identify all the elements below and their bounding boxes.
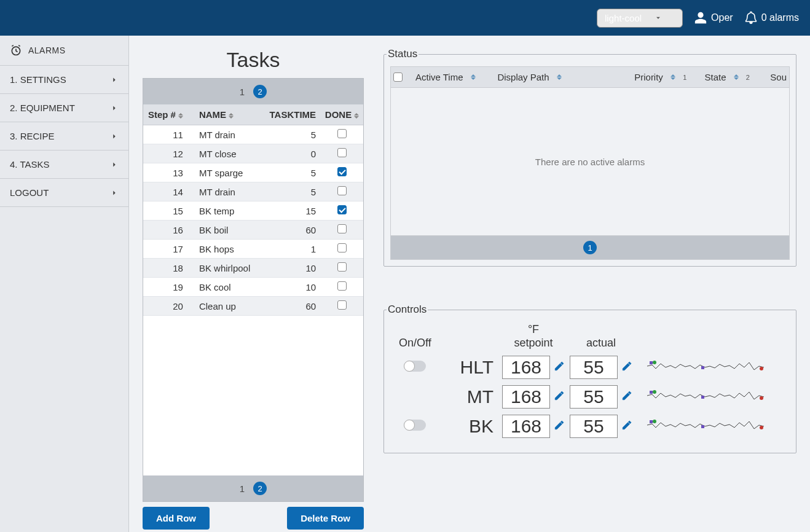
cell-time: 1: [264, 240, 321, 259]
cell-name: BK hops: [195, 240, 265, 259]
sidebar-header[interactable]: ALARMS: [0, 36, 128, 66]
control-row-hlt: HLT 168 55: [395, 356, 785, 379]
sidebar-item-settings[interactable]: 1. SETTINGS: [0, 66, 128, 94]
setpoint-value[interactable]: 168: [502, 385, 550, 409]
svg-point-10: [653, 420, 656, 423]
done-checkbox[interactable]: [337, 186, 347, 195]
tasks-pager-top: 1 2: [143, 79, 363, 104]
col-step[interactable]: Step #: [143, 104, 195, 125]
table-row[interactable]: 19 BK cool 10: [143, 278, 363, 297]
actual-value[interactable]: 55: [570, 385, 618, 409]
cell-time: 60: [264, 297, 321, 316]
done-checkbox[interactable]: [337, 243, 347, 252]
col-name[interactable]: NAME: [195, 104, 265, 125]
topbar: light-cool Oper 0 alarms: [0, 0, 810, 36]
controls-panel: Controls On/Off °F setpoint actual HLT: [383, 303, 796, 453]
sidebar-item-logout[interactable]: LOGOUT: [0, 179, 128, 207]
theme-value: light-cool: [605, 13, 642, 23]
alarm-icon: [10, 44, 22, 57]
user-name: Oper: [711, 12, 733, 23]
control-row-bk: BK 168 55: [395, 415, 785, 438]
svg-rect-7: [701, 396, 704, 399]
cell-step: 16: [143, 221, 195, 240]
add-row-button[interactable]: Add Row: [143, 507, 210, 530]
alarm-chip[interactable]: 0 alarms: [744, 11, 799, 25]
cell-time: 15: [264, 201, 321, 221]
sidebar-item-tasks[interactable]: 4. TASKS: [0, 151, 128, 179]
svg-rect-3: [701, 366, 704, 369]
table-row[interactable]: 20 Clean up 60: [143, 297, 363, 316]
actual-value[interactable]: 55: [570, 415, 618, 438]
col-priority[interactable]: Priority 1: [599, 72, 687, 82]
setpoint-value[interactable]: 168: [502, 356, 550, 379]
pager-page-1[interactable]: 1: [240, 483, 245, 494]
actual-value[interactable]: 55: [570, 356, 618, 379]
delete-row-button[interactable]: Delete Row: [287, 507, 364, 530]
edit-actual-icon[interactable]: [621, 390, 632, 404]
col-source[interactable]: Sou: [750, 72, 787, 82]
svg-rect-1: [650, 361, 653, 364]
theme-select[interactable]: light-cool: [597, 9, 683, 28]
col-active-time[interactable]: Active Time: [415, 72, 497, 82]
cell-done: [321, 240, 363, 259]
table-row[interactable]: 16 BK boil 60: [143, 221, 363, 240]
pager-page-2[interactable]: 2: [253, 482, 267, 495]
cell-step: 11: [143, 125, 195, 144]
edit-setpoint-icon[interactable]: [554, 361, 565, 374]
edit-actual-icon[interactable]: [621, 420, 632, 433]
table-row[interactable]: 13 MT sparge 5: [143, 163, 363, 182]
done-checkbox[interactable]: [337, 300, 347, 310]
table-row[interactable]: 15 BK temp 15: [143, 201, 363, 221]
cell-done: [321, 297, 363, 316]
cell-done: [321, 278, 363, 297]
edit-actual-icon[interactable]: [621, 361, 632, 374]
pager-page-2[interactable]: 2: [253, 85, 267, 98]
cell-step: 14: [143, 182, 195, 201]
edit-setpoint-icon[interactable]: [554, 420, 565, 433]
table-row[interactable]: 17 BK hops 1: [143, 240, 363, 259]
user-icon: [694, 11, 707, 25]
done-checkbox[interactable]: [337, 148, 347, 157]
table-row[interactable]: 18 BK whirlpool 10: [143, 259, 363, 278]
toggle-bk[interactable]: [404, 420, 426, 431]
control-row-mt: MT 168 55: [395, 385, 785, 409]
done-checkbox[interactable]: [337, 224, 347, 233]
done-checkbox[interactable]: [337, 281, 347, 291]
cell-name: BK boil: [195, 221, 265, 240]
done-checkbox[interactable]: [337, 205, 347, 214]
page-title: Tasks: [143, 48, 364, 72]
svg-rect-5: [650, 391, 653, 394]
controls-legend: Controls: [387, 303, 428, 316]
alarm-table-head: Active Time Display Path Priority 1 Stat…: [390, 66, 790, 88]
edit-setpoint-icon[interactable]: [554, 390, 565, 404]
table-row[interactable]: 14 MT drain 5: [143, 182, 363, 201]
alarm-pager-1[interactable]: 1: [583, 241, 597, 254]
control-label: MT: [450, 386, 500, 407]
chevron-right-icon: [110, 104, 119, 112]
col-display-path[interactable]: Display Path: [497, 72, 598, 82]
sidebar-item-equipment[interactable]: 2. EQUIPMENT: [0, 94, 128, 122]
cell-name: Clean up: [195, 297, 265, 316]
cell-done: [321, 125, 363, 144]
alarm-count: 0 alarms: [761, 12, 799, 23]
cell-time: 10: [264, 278, 321, 297]
controls-header: On/Off °F setpoint actual: [395, 323, 785, 350]
cell-done: [321, 182, 363, 201]
table-row[interactable]: 12 MT close 0: [143, 144, 363, 163]
col-tasktime[interactable]: TASKTIME: [264, 104, 321, 125]
col-done[interactable]: DONE: [321, 104, 363, 125]
done-checkbox[interactable]: [337, 262, 347, 272]
status-legend: Status: [387, 48, 419, 60]
pager-page-1[interactable]: 1: [240, 87, 245, 97]
col-state[interactable]: State 2: [686, 72, 750, 82]
toggle-hlt[interactable]: [404, 361, 426, 372]
user-chip[interactable]: Oper: [694, 11, 733, 25]
cell-time: 0: [264, 144, 321, 163]
cell-name: BK cool: [195, 278, 265, 297]
table-row[interactable]: 11 MT drain 5: [143, 125, 363, 144]
done-checkbox[interactable]: [337, 129, 347, 138]
done-checkbox[interactable]: [337, 167, 347, 176]
sidebar-item-recipe[interactable]: 3. RECIPE: [0, 122, 128, 151]
select-all-checkbox[interactable]: [393, 72, 403, 82]
setpoint-value[interactable]: 168: [502, 415, 550, 438]
